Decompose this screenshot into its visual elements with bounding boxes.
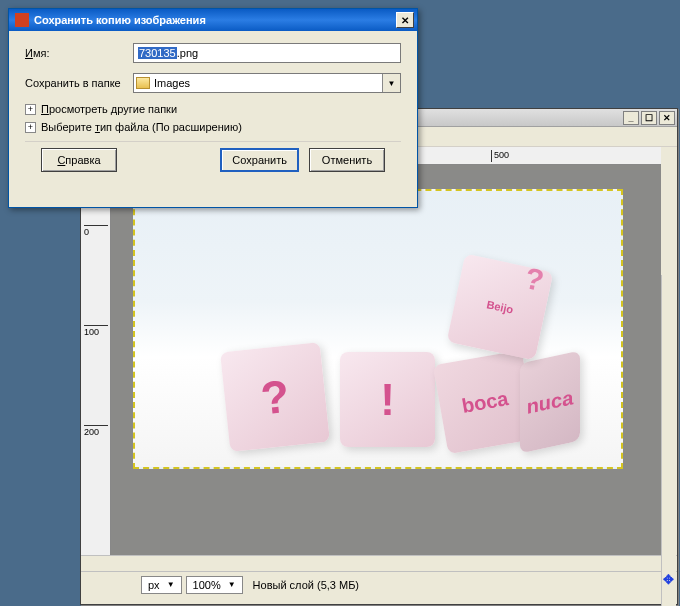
plus-icon[interactable]: + — [25, 122, 36, 133]
ruler-tick: 0 — [84, 225, 108, 237]
plus-icon[interactable]: + — [25, 104, 36, 115]
ruler-tick: 200 — [84, 425, 108, 437]
folder-combobox[interactable]: Images ▼ — [133, 73, 401, 93]
canvas-area: -100 0 100 200 ? ! boca nuca Beijo? — [81, 165, 677, 555]
browse-expander[interactable]: + Просмотреть другие папки — [25, 103, 401, 115]
scrollbar-horizontal-row — [81, 555, 677, 571]
canvas[interactable]: ? ! boca nuca Beijo? — [111, 165, 661, 555]
help-button[interactable]: Справка — [41, 148, 117, 172]
dice-image: ? — [220, 342, 330, 452]
folder-icon — [136, 77, 150, 89]
filename-ext: .png — [177, 47, 198, 59]
scrollbar-vertical[interactable] — [661, 275, 676, 606]
dialog-titlebar[interactable]: Сохранить копию изображения ✕ — [9, 9, 417, 31]
close-icon[interactable]: ✕ — [396, 12, 414, 28]
close-button[interactable]: ✕ — [659, 111, 675, 125]
folder-row: Сохранить в папке Images ▼ — [25, 73, 401, 93]
dice-image: ! — [340, 352, 435, 447]
folder-label: Сохранить в папке — [25, 77, 133, 89]
ruler-tick: 100 — [84, 325, 108, 337]
cancel-button[interactable]: Отменить — [309, 148, 385, 172]
dialog-body: Имя: 730135.png Сохранить в папке Images… — [9, 31, 417, 182]
zoom-selector[interactable]: 100% ▼ — [186, 576, 243, 594]
scroll-corner — [81, 556, 111, 571]
dice-image: nuca — [520, 351, 580, 454]
maximize-button[interactable]: ☐ — [641, 111, 657, 125]
filename-label: Имя: — [25, 47, 133, 59]
chevron-down-icon[interactable]: ▼ — [382, 74, 400, 92]
pan-icon[interactable]: ✥ — [661, 572, 676, 587]
zoom-value: 100% — [193, 579, 221, 591]
save-dialog: Сохранить копию изображения ✕ Имя: 73013… — [8, 8, 418, 208]
folder-value: Images — [154, 77, 190, 89]
scrollbar-horizontal[interactable] — [111, 556, 661, 571]
dice-image: Beijo? — [447, 254, 554, 361]
ruler-vertical[interactable]: -100 0 100 200 — [81, 165, 111, 555]
filename-selected: 730135 — [138, 47, 177, 59]
app-icon — [15, 13, 29, 27]
save-button[interactable]: Сохранить — [220, 148, 299, 172]
units-selector[interactable]: px ▼ — [141, 576, 182, 594]
browse-expander-label: Просмотреть другие папки — [41, 103, 177, 115]
filetype-expander[interactable]: + Выберите тип файла (По расширению) — [25, 121, 401, 133]
image-selection[interactable]: ? ! boca nuca Beijo? — [133, 189, 623, 469]
chevron-down-icon: ▼ — [167, 580, 175, 589]
dialog-title: Сохранить копию изображения — [34, 14, 206, 26]
ruler-tick: 500 — [491, 150, 509, 162]
filename-row: Имя: 730135.png — [25, 43, 401, 63]
units-value: px — [148, 579, 160, 591]
layer-status: Новый слой (5,3 МБ) — [247, 577, 365, 593]
chevron-down-icon: ▼ — [228, 580, 236, 589]
minimize-button[interactable]: _ — [623, 111, 639, 125]
statusbar: px ▼ 100% ▼ Новый слой (5,3 МБ) — [81, 571, 677, 597]
filetype-expander-label: Выберите тип файла (По расширению) — [41, 121, 242, 133]
dialog-footer: Справка Сохранить Отменить — [25, 141, 401, 172]
filename-input[interactable]: 730135.png — [133, 43, 401, 63]
